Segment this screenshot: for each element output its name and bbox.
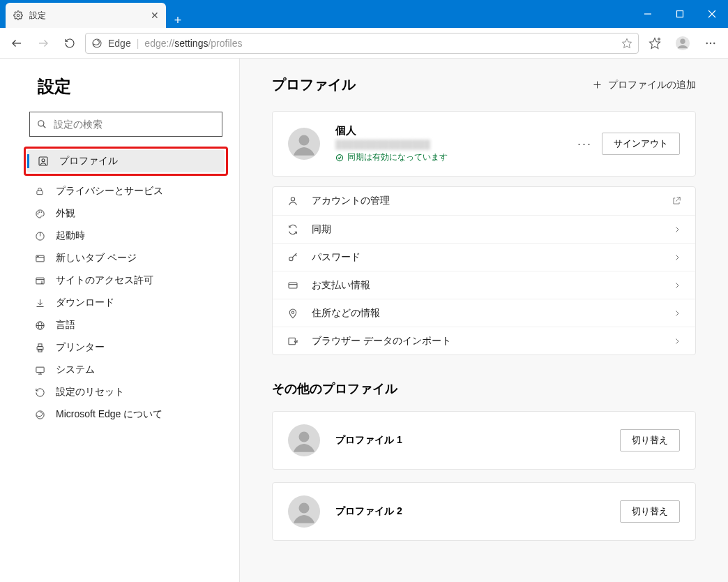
app-label: Edge: [108, 38, 131, 49]
sidebar-item-label: サイトのアクセス許可: [56, 274, 153, 287]
svg-point-48: [299, 135, 310, 146]
sidebar-item-privacy[interactable]: プライバシーとサービス: [24, 180, 228, 202]
close-tab-icon[interactable]: ✕: [151, 10, 159, 21]
svg-point-0: [17, 14, 20, 17]
content-area: 設定 プロファイル プライバシーとサービス 外観 起動時 新し: [0, 59, 728, 582]
svg-rect-2: [677, 11, 683, 17]
menu-addresses[interactable]: 住所などの情報: [273, 299, 695, 327]
edge-logo-icon: [91, 38, 103, 49]
favorite-star-icon[interactable]: [621, 38, 632, 49]
svg-rect-40: [38, 343, 42, 346]
sidebar-item-profiles[interactable]: プロファイル: [27, 150, 225, 172]
sidebar-item-label: 設定のリセット: [56, 386, 124, 398]
signout-button[interactable]: サインアウト: [602, 133, 680, 155]
separator: |: [137, 38, 139, 49]
menu-label: 同期: [312, 223, 331, 236]
profile-avatar-button[interactable]: [671, 31, 695, 55]
check-circle-icon: [335, 154, 344, 162]
svg-point-20: [42, 159, 45, 162]
new-tab-button[interactable]: +: [166, 13, 190, 28]
more-menu-button[interactable]: [699, 31, 722, 55]
sidebar-item-reset[interactable]: 設定のリセット: [24, 381, 228, 403]
add-profile-label: プロファイルの追加: [608, 79, 696, 91]
key-icon: [287, 252, 299, 263]
sync-icon: [287, 224, 299, 235]
switch-profile-button[interactable]: 切り替え: [620, 429, 680, 452]
sidebar-item-label: ダウンロード: [56, 297, 114, 309]
sidebar-item-system[interactable]: システム: [24, 359, 228, 381]
printer-icon: [33, 343, 46, 353]
tab-title: 設定: [29, 10, 46, 22]
url-middle: settings: [174, 38, 208, 49]
chevron-right-icon: [673, 281, 681, 290]
refresh-button[interactable]: [59, 32, 81, 54]
other-profile-name: プロファイル 2: [335, 505, 402, 518]
browser-toolbar: Edge | edge://settings/profiles: [0, 28, 728, 59]
tab-strip: 設定 ✕ +: [0, 0, 190, 28]
menu-label: ブラウザー データのインポート: [312, 335, 451, 348]
reset-icon: [33, 387, 46, 398]
profile-more-button[interactable]: ···: [577, 137, 592, 151]
svg-rect-41: [38, 349, 42, 352]
search-input[interactable]: [54, 119, 215, 130]
sidebar-item-languages[interactable]: 言語: [24, 314, 228, 336]
svg-rect-21: [37, 191, 43, 194]
add-profile-button[interactable]: プロファイルの追加: [592, 79, 696, 91]
back-button[interactable]: [6, 32, 28, 54]
window-icon: [33, 253, 46, 264]
close-window-button[interactable]: [696, 0, 728, 28]
settings-search[interactable]: [29, 112, 222, 137]
sidebar-item-downloads[interactable]: ダウンロード: [24, 292, 228, 314]
minimize-button[interactable]: [632, 0, 664, 28]
gear-icon: [13, 10, 24, 21]
search-icon: [37, 119, 47, 129]
menu-payment[interactable]: お支払い情報: [273, 271, 695, 299]
svg-point-50: [291, 197, 294, 201]
forward-button[interactable]: [32, 32, 54, 54]
language-icon: [33, 320, 46, 331]
browser-tab[interactable]: 設定 ✕: [6, 3, 166, 28]
svg-point-52: [289, 257, 293, 260]
profile-info: 個人 ████████████████ 同期は有効になっています: [335, 124, 448, 163]
chevron-right-icon: [673, 253, 681, 262]
sidebar-item-printers[interactable]: プリンター: [24, 336, 228, 359]
url-prefix: edge://: [144, 38, 174, 49]
svg-rect-39: [37, 346, 43, 350]
sidebar-item-about[interactable]: Microsoft Edge について: [24, 403, 228, 426]
sidebar-item-startup[interactable]: 起動時: [24, 225, 228, 247]
url-suffix: /profiles: [208, 38, 242, 49]
sidebar-item-label: 起動時: [56, 230, 85, 242]
import-icon: [287, 336, 299, 347]
menu-sync[interactable]: 同期: [273, 215, 695, 243]
profile-avatar: [288, 424, 320, 456]
svg-marker-8: [622, 38, 631, 47]
external-link-icon: [672, 196, 681, 206]
address-bar[interactable]: Edge | edge://settings/profiles: [85, 33, 639, 54]
settings-title: 設定: [24, 75, 228, 98]
highlight-annotation: プロファイル: [24, 147, 228, 176]
main-heading: プロファイル: [272, 75, 356, 94]
sidebar-item-appearance[interactable]: 外観: [24, 202, 228, 225]
svg-point-23: [38, 211, 39, 212]
menu-passwords[interactable]: パスワード: [273, 243, 695, 271]
maximize-button[interactable]: [664, 0, 696, 28]
sync-status-label: 同期は有効になっています: [347, 151, 448, 163]
power-icon: [33, 231, 46, 241]
svg-rect-19: [39, 157, 47, 165]
favorites-button[interactable]: [643, 31, 667, 55]
edge-icon: [33, 410, 46, 420]
profile-avatar: [288, 495, 320, 528]
switch-profile-button[interactable]: 切り替え: [620, 500, 680, 523]
location-icon: [287, 308, 299, 319]
sidebar-item-permissions[interactable]: サイトのアクセス許可: [24, 269, 228, 292]
menu-manage-account[interactable]: アカウントの管理: [273, 187, 695, 215]
svg-marker-9: [650, 38, 660, 48]
sync-status: 同期は有効になっています: [335, 151, 448, 163]
svg-point-14: [706, 42, 708, 43]
chevron-right-icon: [673, 225, 681, 234]
svg-rect-58: [289, 338, 295, 344]
chevron-right-icon: [673, 309, 681, 318]
sidebar-item-newtab[interactable]: 新しいタブ ページ: [24, 247, 228, 269]
svg-rect-42: [36, 367, 43, 373]
menu-import[interactable]: ブラウザー データのインポート: [273, 327, 695, 355]
